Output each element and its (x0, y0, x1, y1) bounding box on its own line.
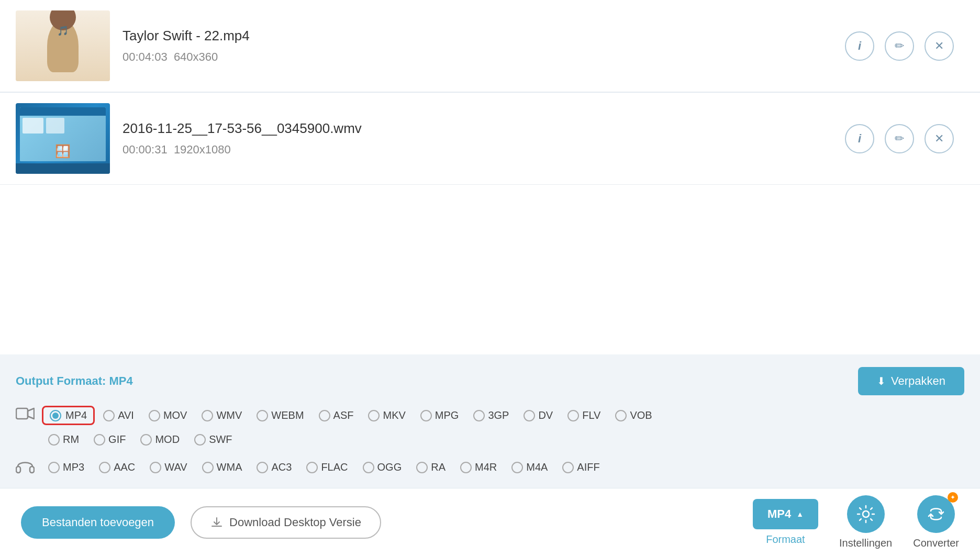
format-ogg[interactable]: OGG (357, 458, 408, 476)
format-wmv[interactable]: WMV (195, 406, 248, 425)
format-m4a[interactable]: M4A (505, 458, 554, 476)
info-button-1[interactable]: i (845, 31, 874, 61)
radio-mov (149, 410, 160, 421)
converter-icon (926, 504, 946, 525)
file-actions-1: i ✏ ✕ (845, 31, 964, 61)
radio-mp3 (48, 462, 60, 473)
format-mkv[interactable]: MKV (362, 406, 411, 425)
file-name-1: Taylor Swift - 22.mp4 (122, 28, 845, 44)
output-header: Output Formaat: MP4 ⬇ Verpakken (16, 367, 964, 395)
thumb-desktop-inner: 🪟 (20, 107, 106, 161)
format-asf[interactable]: ASF (313, 406, 360, 425)
format-aiff[interactable]: AIFF (556, 458, 606, 476)
file-thumbnail-1: 🎵 (16, 10, 110, 81)
converter-label: Converter (913, 537, 959, 549)
format-ra[interactable]: RA (410, 458, 452, 476)
svg-marker-1 (28, 408, 34, 419)
format-mp4[interactable]: MP4 (42, 406, 95, 425)
info-button-2[interactable]: i (845, 124, 874, 153)
radio-aac (99, 462, 110, 473)
info-icon-1: i (858, 39, 861, 53)
radio-ogg (363, 462, 374, 473)
close-button-2[interactable]: ✕ (925, 124, 954, 153)
settings-icon (856, 504, 876, 524)
file-info-2: 2016-11-25__17-53-56__0345900.wmv 00:00:… (110, 120, 845, 157)
settings-label: Instellingen (839, 537, 892, 549)
format-3gp[interactable]: 3GP (467, 406, 515, 425)
radio-vob (615, 410, 627, 421)
download-icon (210, 516, 223, 529)
radio-dv (524, 410, 535, 421)
file-actions-2: i ✏ ✕ (845, 124, 964, 153)
format-wma[interactable]: WMA (196, 458, 249, 476)
radio-wav (150, 462, 161, 473)
format-mov[interactable]: MOV (142, 406, 194, 425)
radio-aiff (562, 462, 574, 473)
video-formats-row: MP4 AVI MOV WMV WEBM ASF (16, 406, 964, 425)
radio-avi (103, 410, 115, 421)
format-rm[interactable]: RM (42, 430, 85, 449)
output-section: Output Formaat: MP4 ⬇ Verpakken MP4 (0, 354, 980, 488)
download-desktop-button[interactable]: Download Desktop Versie (191, 506, 381, 539)
edit-icon-2: ✏ (895, 132, 904, 146)
settings-button[interactable]: Instellingen (839, 495, 892, 549)
radio-flv (567, 410, 579, 421)
format-wav[interactable]: WAV (143, 458, 193, 476)
format-aac[interactable]: AAC (93, 458, 141, 476)
radio-mkv (368, 410, 380, 421)
radio-wma (202, 462, 214, 473)
file-item-2: 🪟 2016-11-25__17-53-56__0345900.wmv 00:0… (0, 93, 980, 185)
format-flac[interactable]: FLAC (300, 458, 354, 476)
file-thumbnail-2: 🪟 (16, 103, 110, 174)
audio-formats-row: MP3 AAC WAV WMA AC3 FLAC (16, 457, 964, 477)
new-badge (948, 492, 958, 503)
radio-mp4 (50, 410, 61, 421)
radio-ac3 (257, 462, 268, 473)
edit-icon-1: ✏ (895, 39, 904, 53)
radio-mpg (420, 410, 432, 421)
edit-button-1[interactable]: ✏ (885, 31, 914, 61)
svg-point-4 (863, 511, 869, 517)
format-flv[interactable]: FLV (561, 406, 607, 425)
radio-m4a (511, 462, 523, 473)
close-button-1[interactable]: ✕ (925, 31, 954, 61)
settings-icon-circle (847, 495, 885, 533)
format-m4r[interactable]: M4R (454, 458, 503, 476)
radio-rm (48, 434, 60, 446)
bottom-toolbar: Bestanden toevoegen Download Desktop Ver… (0, 488, 980, 556)
radio-wmv (202, 410, 213, 421)
format-mpg[interactable]: MPG (414, 406, 465, 425)
svg-rect-3 (30, 466, 34, 473)
add-files-button[interactable]: Bestanden toevoegen (21, 506, 175, 539)
converter-icon-circle (917, 495, 955, 533)
format-mp3[interactable]: MP3 (42, 458, 91, 476)
format-selector-button[interactable]: MP4 ▲ (753, 499, 818, 529)
format-mod[interactable]: MOD (134, 430, 186, 449)
format-swf[interactable]: SWF (188, 430, 238, 449)
format-avi[interactable]: AVI (97, 406, 140, 425)
format-vob[interactable]: VOB (609, 406, 658, 425)
radio-m4r (460, 462, 472, 473)
radio-webm (257, 410, 268, 421)
radio-ra (416, 462, 428, 473)
close-icon-2: ✕ (934, 132, 944, 146)
info-icon-2: i (858, 132, 861, 146)
video-icon (16, 406, 35, 425)
svg-rect-2 (16, 466, 20, 473)
output-format-label: Output Formaat: MP4 (16, 374, 133, 388)
svg-rect-0 (16, 408, 28, 419)
format-ac3[interactable]: AC3 (250, 458, 298, 476)
file-list: 🎵 Taylor Swift - 22.mp4 00:04:03 640x360… (0, 0, 980, 354)
file-meta-1: 00:04:03 640x360 (122, 50, 845, 64)
edit-button-2[interactable]: ✏ (885, 124, 914, 153)
format-dv[interactable]: DV (517, 406, 559, 425)
file-item-1: 🎵 Taylor Swift - 22.mp4 00:04:03 640x360… (0, 0, 980, 92)
audio-icon (16, 457, 35, 477)
format-selector-group: MP4 ▲ Formaat (753, 499, 818, 546)
format-webm[interactable]: WEBM (250, 406, 310, 425)
format-gif[interactable]: GIF (87, 430, 132, 449)
pack-button[interactable]: ⬇ Verpakken (858, 367, 964, 395)
main-content: 🎵 Taylor Swift - 22.mp4 00:04:03 640x360… (0, 0, 980, 556)
radio-mod (140, 434, 152, 446)
converter-button[interactable]: Converter (913, 495, 959, 549)
